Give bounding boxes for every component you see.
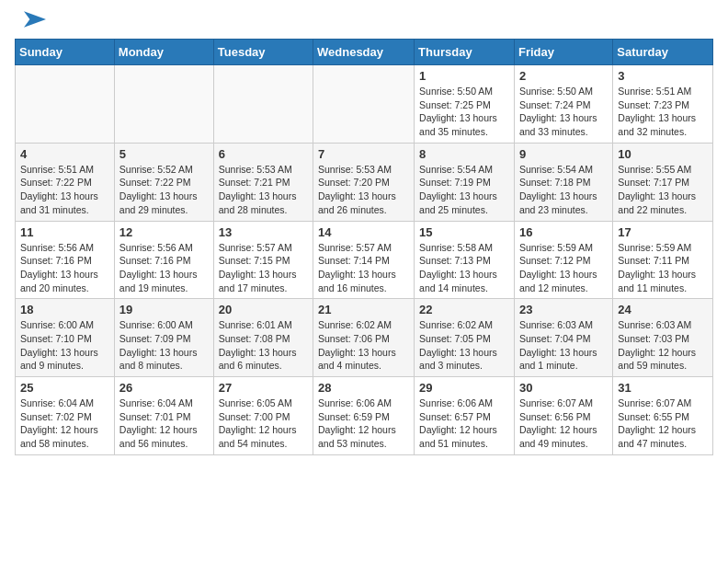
day-info: Sunrise: 5:51 AM Sunset: 7:23 PM Dayligh… [618,85,708,139]
calendar-table: SundayMondayTuesdayWednesdayThursdayFrid… [15,39,713,455]
day-number: 9 [519,147,608,161]
day-number: 27 [219,381,308,395]
day-number: 26 [119,381,209,395]
calendar-cell: 26Sunrise: 6:04 AM Sunset: 7:01 PM Dayli… [114,377,213,455]
calendar-week-1: 4Sunrise: 5:51 AM Sunset: 7:22 PM Daylig… [16,143,713,221]
day-number: 1 [419,69,509,83]
calendar-header-thursday: Thursday [415,40,515,65]
day-number: 13 [219,225,308,239]
day-info: Sunrise: 5:57 AM Sunset: 7:14 PM Dayligh… [318,241,409,295]
calendar-cell: 21Sunrise: 6:02 AM Sunset: 7:06 PM Dayli… [313,299,415,377]
calendar-cell: 4Sunrise: 5:51 AM Sunset: 7:22 PM Daylig… [16,143,115,221]
calendar-cell: 22Sunrise: 6:02 AM Sunset: 7:05 PM Dayli… [415,299,515,377]
day-info: Sunrise: 5:53 AM Sunset: 7:21 PM Dayligh… [219,163,308,217]
calendar-header-monday: Monday [114,40,213,65]
calendar-week-3: 18Sunrise: 6:00 AM Sunset: 7:10 PM Dayli… [16,299,713,377]
calendar-cell: 5Sunrise: 5:52 AM Sunset: 7:22 PM Daylig… [114,143,213,221]
day-info: Sunrise: 6:04 AM Sunset: 7:02 PM Dayligh… [20,396,109,451]
page-header [15,15,713,28]
day-info: Sunrise: 5:58 AM Sunset: 7:13 PM Dayligh… [419,241,509,295]
calendar-cell: 13Sunrise: 5:57 AM Sunset: 7:15 PM Dayli… [213,221,313,299]
day-info: Sunrise: 6:07 AM Sunset: 6:56 PM Dayligh… [519,396,608,451]
calendar-cell: 25Sunrise: 6:04 AM Sunset: 7:02 PM Dayli… [16,377,115,455]
day-number: 23 [519,303,608,316]
calendar-header-row: SundayMondayTuesdayWednesdayThursdayFrid… [16,40,713,65]
day-info: Sunrise: 6:06 AM Sunset: 6:59 PM Dayligh… [318,396,409,451]
calendar-header-tuesday: Tuesday [213,40,313,65]
calendar-cell: 17Sunrise: 5:59 AM Sunset: 7:11 PM Dayli… [613,221,713,299]
day-number: 24 [618,303,708,316]
day-number: 3 [618,69,708,83]
day-info: Sunrise: 5:51 AM Sunset: 7:22 PM Dayligh… [20,163,109,217]
calendar-week-2: 11Sunrise: 5:56 AM Sunset: 7:16 PM Dayli… [16,221,713,299]
calendar-cell [313,65,415,144]
logo [15,15,46,28]
calendar-header-wednesday: Wednesday [313,40,415,65]
calendar-cell: 28Sunrise: 6:06 AM Sunset: 6:59 PM Dayli… [313,377,415,455]
day-number: 2 [519,69,608,83]
day-number: 5 [119,147,209,161]
day-number: 17 [618,225,708,239]
calendar-cell: 20Sunrise: 6:01 AM Sunset: 7:08 PM Dayli… [213,299,313,377]
calendar-cell: 24Sunrise: 6:03 AM Sunset: 7:03 PM Dayli… [613,299,713,377]
day-info: Sunrise: 6:02 AM Sunset: 7:05 PM Dayligh… [419,318,509,373]
day-info: Sunrise: 5:54 AM Sunset: 7:19 PM Dayligh… [419,163,509,217]
day-number: 6 [219,147,308,161]
day-info: Sunrise: 5:56 AM Sunset: 7:16 PM Dayligh… [20,241,109,295]
day-info: Sunrise: 5:50 AM Sunset: 7:24 PM Dayligh… [519,85,608,139]
day-info: Sunrise: 5:50 AM Sunset: 7:25 PM Dayligh… [419,85,509,139]
day-info: Sunrise: 6:01 AM Sunset: 7:08 PM Dayligh… [219,318,308,373]
calendar-cell: 8Sunrise: 5:54 AM Sunset: 7:19 PM Daylig… [415,143,515,221]
calendar-week-0: 1Sunrise: 5:50 AM Sunset: 7:25 PM Daylig… [16,65,713,144]
day-number: 30 [519,381,608,395]
day-info: Sunrise: 5:53 AM Sunset: 7:20 PM Dayligh… [318,163,409,217]
day-number: 31 [618,381,708,395]
day-info: Sunrise: 6:06 AM Sunset: 6:57 PM Dayligh… [419,396,509,451]
day-number: 4 [20,147,109,161]
calendar-cell [114,65,213,144]
day-number: 25 [20,381,109,395]
day-info: Sunrise: 5:59 AM Sunset: 7:11 PM Dayligh… [618,241,708,295]
calendar-header-sunday: Sunday [16,40,115,65]
calendar-cell: 7Sunrise: 5:53 AM Sunset: 7:20 PM Daylig… [313,143,415,221]
day-info: Sunrise: 6:04 AM Sunset: 7:01 PM Dayligh… [119,396,209,451]
calendar-week-4: 25Sunrise: 6:04 AM Sunset: 7:02 PM Dayli… [16,377,713,455]
day-info: Sunrise: 5:54 AM Sunset: 7:18 PM Dayligh… [519,163,608,217]
day-info: Sunrise: 6:05 AM Sunset: 7:00 PM Dayligh… [219,396,308,451]
calendar-cell: 1Sunrise: 5:50 AM Sunset: 7:25 PM Daylig… [415,65,515,144]
day-info: Sunrise: 6:07 AM Sunset: 6:55 PM Dayligh… [618,396,708,451]
day-info: Sunrise: 5:52 AM Sunset: 7:22 PM Dayligh… [119,163,209,217]
day-number: 10 [618,147,708,161]
day-info: Sunrise: 5:55 AM Sunset: 7:17 PM Dayligh… [618,163,708,217]
calendar-cell: 9Sunrise: 5:54 AM Sunset: 7:18 PM Daylig… [514,143,612,221]
day-number: 11 [20,225,109,239]
logo-icon [17,11,46,28]
calendar-header-friday: Friday [514,40,612,65]
calendar-cell [213,65,313,144]
day-number: 15 [419,225,509,239]
calendar-cell: 2Sunrise: 5:50 AM Sunset: 7:24 PM Daylig… [514,65,612,144]
day-info: Sunrise: 6:02 AM Sunset: 7:06 PM Dayligh… [318,318,409,373]
day-info: Sunrise: 6:00 AM Sunset: 7:10 PM Dayligh… [20,318,109,373]
calendar-cell: 27Sunrise: 6:05 AM Sunset: 7:00 PM Dayli… [213,377,313,455]
calendar-cell: 30Sunrise: 6:07 AM Sunset: 6:56 PM Dayli… [514,377,612,455]
day-number: 20 [219,303,308,316]
calendar-cell: 29Sunrise: 6:06 AM Sunset: 6:57 PM Dayli… [415,377,515,455]
calendar-cell: 3Sunrise: 5:51 AM Sunset: 7:23 PM Daylig… [613,65,713,144]
day-number: 29 [419,381,509,395]
day-number: 7 [318,147,409,161]
calendar-cell: 16Sunrise: 5:59 AM Sunset: 7:12 PM Dayli… [514,221,612,299]
day-info: Sunrise: 5:57 AM Sunset: 7:15 PM Dayligh… [219,241,308,295]
calendar-cell: 18Sunrise: 6:00 AM Sunset: 7:10 PM Dayli… [16,299,115,377]
day-number: 14 [318,225,409,239]
day-number: 18 [20,303,109,316]
day-number: 16 [519,225,608,239]
calendar-cell: 6Sunrise: 5:53 AM Sunset: 7:21 PM Daylig… [213,143,313,221]
day-number: 19 [119,303,209,316]
day-info: Sunrise: 6:00 AM Sunset: 7:09 PM Dayligh… [119,318,209,373]
calendar-cell: 23Sunrise: 6:03 AM Sunset: 7:04 PM Dayli… [514,299,612,377]
day-number: 8 [419,147,509,161]
calendar-cell: 14Sunrise: 5:57 AM Sunset: 7:14 PM Dayli… [313,221,415,299]
calendar-cell: 11Sunrise: 5:56 AM Sunset: 7:16 PM Dayli… [16,221,115,299]
day-info: Sunrise: 6:03 AM Sunset: 7:04 PM Dayligh… [519,318,608,373]
